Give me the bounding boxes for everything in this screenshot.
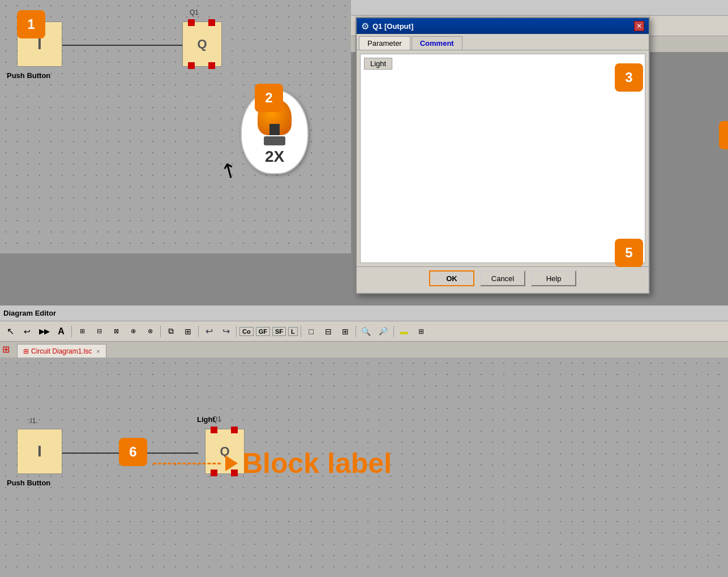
highlight-btn[interactable]: ▬ <box>396 324 412 339</box>
view-triple-btn[interactable]: ⊞ <box>337 324 353 339</box>
push-btn-element-bot[interactable]: I <box>17 429 62 474</box>
align-btn3-bot[interactable]: ⊠ <box>108 324 124 339</box>
align-btn4-bot[interactable]: ⊕ <box>125 324 141 339</box>
zoom-2x-label: 2X <box>265 148 284 166</box>
cursor-arrow-top: ↖ <box>216 156 243 184</box>
dialog-q1: ⚙ Q1 [Output] ✕ Parameter Comment 3 Ligh… <box>356 17 650 294</box>
gf-btn[interactable]: GF <box>256 327 270 336</box>
view-single-btn[interactable]: □ <box>303 324 319 339</box>
red-dot-bl <box>188 62 195 69</box>
paste-btn-bot[interactable]: ⊞ <box>180 324 196 339</box>
dialog-close-btn[interactable]: ✕ <box>634 21 644 31</box>
q1-label-top: Q1 <box>190 8 199 16</box>
sep5-bot <box>301 326 301 337</box>
red-dot-br <box>208 62 215 69</box>
step5-badge: 5 <box>615 239 643 267</box>
sep6-bot <box>356 326 356 337</box>
tab-bar-bottom: ⊞ ⊞ Circuit Diagram1.lsc × <box>0 342 728 358</box>
bulb-base <box>264 136 285 145</box>
tab-icon-bottom: ⊞ <box>23 347 29 355</box>
arrow-right-icon <box>225 455 238 471</box>
view-split-btn[interactable]: ⊟ <box>320 324 336 339</box>
step6-badge: 6 <box>119 438 147 466</box>
canvas-top[interactable]: 1 .I1. I Push Button Q1 Q 2 <box>0 0 351 253</box>
align-btn1-bot[interactable]: ⊞ <box>74 324 90 339</box>
zoom-out-btn[interactable]: 🔎 <box>375 324 391 339</box>
i1-label-bot: .I1. <box>28 417 38 425</box>
push-btn-label-bot: Push Button <box>7 479 50 487</box>
side-icon-bottom[interactable]: ⊞ <box>2 344 10 355</box>
dialog-title-text: Q1 [Output] <box>372 22 413 31</box>
red-dot-tr-bot <box>231 427 238 433</box>
sep7-bot <box>393 326 394 337</box>
dialog-titlebar: ⚙ Q1 [Output] ✕ <box>357 18 649 34</box>
top-panel: Diagram Editor ↖ ↩ ▶▶ A ⊞ ⊟ ⊠ ⊕ ⊗ ⧉ ⊞ ↩ … <box>0 0 728 305</box>
sep1-bot <box>71 326 72 337</box>
dialog-footer: OK Cancel Help <box>357 266 649 290</box>
dialog-tabs: Parameter Comment <box>357 34 649 50</box>
sep3-bot <box>198 326 199 337</box>
push-btn-label-top: Push Button <box>7 71 50 80</box>
align-btn5-bot[interactable]: ⊗ <box>142 324 158 339</box>
q-element-top[interactable]: Q <box>182 21 222 67</box>
block-tool-btn-bot[interactable]: ▶▶ <box>36 324 52 339</box>
dialog-title-area: ⚙ Q1 [Output] <box>361 21 413 32</box>
sep4-bot <box>236 326 237 337</box>
connect-tool-btn-bot[interactable]: ↩ <box>19 324 35 339</box>
ok-btn[interactable]: OK <box>429 270 474 286</box>
title-bar-bottom: Diagram Editor <box>0 305 728 321</box>
tab-comment[interactable]: Comment <box>412 36 463 50</box>
red-dot-tl-bot <box>211 427 217 433</box>
co-btn[interactable]: Co <box>239 327 254 336</box>
step2-badge: 2 <box>255 84 283 112</box>
undo-btn-bot[interactable]: ↩ <box>201 324 217 339</box>
redo-btn-bot[interactable]: ↪ <box>218 324 234 339</box>
copy-btn-bot[interactable]: ⧉ <box>163 324 179 339</box>
step4-badge: 4 <box>719 121 728 149</box>
red-dot-tr <box>208 19 215 26</box>
block-label-text: Block label <box>242 447 392 480</box>
text-tool-btn-bot[interactable]: A <box>53 324 69 339</box>
dashed-line <box>153 463 221 464</box>
zoom-in-btn[interactable]: 🔍 <box>358 324 374 339</box>
bulb-filament <box>269 124 280 135</box>
help-btn[interactable]: Help <box>531 270 576 286</box>
wire-top <box>62 45 184 46</box>
tab-circuit-bottom[interactable]: ⊞ Circuit Diagram1.lsc × <box>17 344 106 358</box>
step1-badge: 1 <box>17 10 45 38</box>
red-dot-tl <box>188 19 195 26</box>
block-label-annotation: Block label <box>153 447 392 480</box>
tab-close-bottom[interactable]: × <box>96 348 100 355</box>
align-btn2-bot[interactable]: ⊟ <box>91 324 107 339</box>
l-btn[interactable]: L <box>288 327 298 336</box>
cancel-btn[interactable]: Cancel <box>480 270 525 286</box>
dialog-content: Light 4 <box>360 54 645 263</box>
comment-light-tag[interactable]: Light <box>364 58 392 70</box>
canvas-bottom[interactable]: 6 .I1. I Push Button Light Q1 Q <box>0 358 728 577</box>
dialog-icon: ⚙ <box>361 21 369 32</box>
sf-btn[interactable]: SF <box>272 327 286 336</box>
step3-badge: 3 <box>615 63 643 92</box>
tab-label-bottom: Circuit Diagram1.lsc <box>31 347 92 355</box>
q1-label-bot: Q1 <box>212 415 221 423</box>
title-bottom: Diagram Editor <box>0 309 56 317</box>
bottom-panel: Diagram Editor ↖ ↩ ▶▶ A ⊞ ⊟ ⊠ ⊕ ⊗ ⧉ ⊞ ↩ … <box>0 305 728 577</box>
select-tool-btn-bot[interactable]: ↖ <box>2 324 18 339</box>
sep2-bot <box>160 326 161 337</box>
tab-parameter[interactable]: Parameter <box>359 36 410 50</box>
toolbar-bottom: ↖ ↩ ▶▶ A ⊞ ⊟ ⊠ ⊕ ⊗ ⧉ ⊞ ↩ ↪ Co GF SF L □ … <box>0 321 728 342</box>
grid-btn[interactable]: ⊞ <box>413 324 429 339</box>
